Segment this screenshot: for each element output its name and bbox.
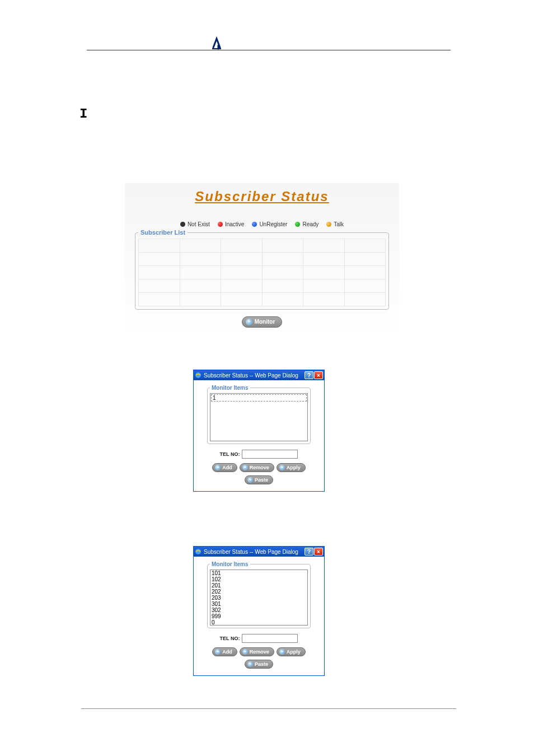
plus-icon: +	[279, 649, 285, 655]
table-row	[139, 239, 386, 253]
status-legend: Not Exist Inactive UnRegister Ready Talk	[125, 221, 399, 227]
legend-talk-label: Talk	[334, 221, 344, 227]
monitor-items-legend: Monitor Items	[210, 561, 250, 567]
plus-icon: +	[247, 477, 253, 483]
list-item[interactable]: 0	[210, 619, 307, 626]
remove-button[interactable]: +Remove	[240, 647, 274, 656]
close-button[interactable]: ×	[314, 371, 323, 379]
header-divider	[87, 50, 451, 50]
legend-inactive-label: Inactive	[225, 221, 244, 227]
monitor-button-label: Monitor	[255, 319, 275, 325]
legend-ready-label: Ready	[302, 221, 318, 227]
paste-button[interactable]: +Paste	[245, 660, 273, 669]
plus-icon: +	[242, 465, 248, 470]
legend-notexist-label: Not Exist	[188, 221, 210, 227]
plus-icon: +	[215, 465, 221, 470]
subscriber-status-panel: Subscriber Status Not Exist Inactive UnR…	[125, 183, 399, 338]
monitor-items-listbox[interactable]: 1	[210, 393, 308, 441]
help-button[interactable]: ?	[305, 371, 313, 379]
table-row	[139, 279, 386, 293]
logo-icon	[210, 36, 223, 50]
plus-icon: +	[279, 465, 285, 470]
dot-ready-icon	[295, 222, 300, 227]
ie-icon	[195, 548, 202, 555]
footer-divider	[81, 708, 456, 709]
dot-talk-icon	[326, 222, 331, 227]
apply-button[interactable]: +Apply	[277, 463, 306, 472]
legend-ready: Ready	[295, 221, 318, 227]
list-item[interactable]: 1	[211, 394, 307, 402]
ie-icon	[195, 372, 202, 379]
tel-no-label: TEL NO:	[220, 451, 240, 457]
add-button[interactable]: +Add	[212, 463, 237, 472]
list-item[interactable]: 102	[210, 576, 307, 582]
tel-no-input[interactable]	[242, 634, 298, 643]
help-button[interactable]: ?	[305, 548, 313, 556]
dialog-titlebar: Subscriber Status -- Web Page Dialog ? ×	[194, 547, 324, 557]
add-button[interactable]: +Add	[212, 647, 237, 656]
legend-talk: Talk	[326, 221, 344, 227]
subscriber-table	[138, 239, 386, 306]
monitor-items-fieldset: Monitor Items 101 102 201 202 203 301 30…	[207, 561, 311, 628]
legend-unregister: UnRegister	[252, 221, 287, 227]
legend-unregister-label: UnRegister	[259, 221, 287, 227]
legend-notexist: Not Exist	[180, 221, 210, 227]
monitor-dialog-empty: Subscriber Status -- Web Page Dialog ? ×…	[193, 370, 325, 492]
list-item[interactable]: 201	[210, 582, 307, 589]
table-row	[139, 253, 386, 266]
paste-button[interactable]: +Paste	[245, 475, 273, 484]
monitor-button[interactable]: + Monitor	[242, 316, 283, 328]
dialog-titlebar: Subscriber Status -- Web Page Dialog ? ×	[194, 370, 324, 380]
list-item[interactable]: 202	[210, 589, 307, 595]
apply-button[interactable]: +Apply	[277, 647, 306, 656]
legend-inactive: Inactive	[218, 221, 244, 227]
list-item[interactable]: 999	[210, 613, 307, 619]
dot-notexist-icon	[180, 222, 185, 227]
table-row	[139, 293, 386, 306]
list-item[interactable]: 101	[210, 570, 307, 576]
dot-inactive-icon	[218, 222, 223, 227]
remove-button[interactable]: +Remove	[240, 463, 274, 472]
list-item[interactable]: 301	[210, 601, 307, 607]
list-item[interactable]: 302	[210, 607, 307, 613]
i-mark: I	[79, 106, 87, 122]
plus-icon: +	[215, 649, 221, 655]
monitor-items-fieldset: Monitor Items 1	[207, 385, 311, 444]
plus-icon: +	[246, 319, 252, 325]
monitor-items-listbox[interactable]: 101 102 201 202 203 301 302 999 0 1	[210, 570, 308, 626]
subscriber-list-legend: Subscriber List	[138, 229, 188, 236]
monitor-dialog-filled: Subscriber Status -- Web Page Dialog ? ×…	[193, 546, 325, 676]
dot-unregister-icon	[252, 222, 257, 227]
subscriber-list-fieldset: Subscriber List	[135, 229, 389, 310]
tel-no-label: TEL NO:	[220, 636, 240, 641]
plus-icon: +	[247, 661, 253, 667]
dialog-title: Subscriber Status -- Web Page Dialog	[204, 372, 305, 379]
close-button[interactable]: ×	[314, 548, 323, 556]
plus-icon: +	[242, 649, 248, 655]
table-row	[139, 266, 386, 279]
list-item[interactable]: 203	[210, 595, 307, 601]
page-title: Subscriber Status	[125, 189, 399, 204]
tel-no-input[interactable]	[242, 450, 298, 459]
dialog-title: Subscriber Status -- Web Page Dialog	[204, 549, 305, 555]
monitor-items-legend: Monitor Items	[210, 385, 250, 391]
